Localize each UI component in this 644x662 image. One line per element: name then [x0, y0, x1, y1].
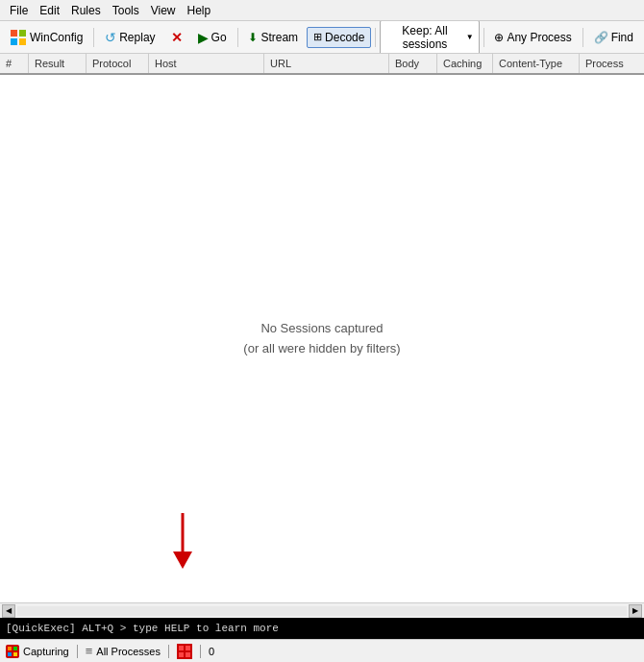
menu-edit[interactable]: Edit [34, 2, 65, 19]
menu-rules[interactable]: Rules [65, 2, 107, 19]
column-headers: # Result Protocol Host URL Body Caching … [0, 54, 644, 75]
x-icon: ✕ [171, 30, 183, 45]
scrollbar-area[interactable]: ◀ ▶ [0, 602, 644, 618]
decode-label: Decode [325, 31, 364, 44]
sessions-panel: No Sessions captured (or all were hidden… [0, 75, 644, 602]
status-sep-2 [168, 645, 169, 658]
svg-rect-8 [8, 652, 12, 656]
go-label: Go [211, 31, 227, 44]
col-host[interactable]: Host [149, 54, 264, 73]
find-button[interactable]: 🔗 Find [587, 27, 640, 48]
no-sessions-message: No Sessions captured (or all were hidden… [243, 319, 400, 359]
replay-label: Replay [119, 31, 155, 44]
remove-button[interactable]: ✕ [164, 26, 189, 49]
dropdown-arrow-icon: ▼ [466, 33, 474, 41]
any-process-label: Any Process [507, 31, 571, 44]
no-sessions-line1: No Sessions captured [243, 319, 400, 339]
arrow-svg [163, 513, 202, 571]
no-sessions-line2: (or all were hidden by filters) [243, 339, 400, 359]
svg-rect-10 [179, 646, 184, 650]
svg-rect-6 [8, 647, 12, 650]
svg-rect-0 [11, 30, 17, 37]
windows-icon [11, 30, 26, 45]
toolbar: WinConfig ↺ Replay ✕ ▶ Go ⬇ Stream ⊞ Dec… [0, 21, 644, 54]
scroll-right-button[interactable]: ▶ [629, 604, 642, 618]
processes-icon: ≡ [86, 644, 93, 658]
replay-icon: ↺ [105, 30, 116, 45]
stream-label: Stream [260, 31, 298, 44]
decode-icon: ⊞ [313, 31, 322, 43]
svg-rect-1 [19, 30, 26, 37]
processes-label: All Processes [96, 646, 161, 657]
svg-rect-9 [13, 652, 17, 656]
svg-rect-12 [179, 652, 184, 657]
winconfig-label: WinConfig [30, 31, 83, 44]
capturing-label: Capturing [23, 646, 69, 657]
any-process-button[interactable]: ⊕ Any Process [487, 27, 578, 48]
decode-button[interactable]: ⊞ Decode [307, 27, 371, 48]
find-icon: 🔗 [594, 31, 608, 44]
capturing-status: Capturing [6, 645, 69, 658]
col-result[interactable]: Result [29, 54, 87, 73]
command-bar-text: [QuickExec] ALT+Q > type HELP to learn m… [6, 623, 279, 634]
status-bar: Capturing ≡ All Processes 0 [0, 639, 644, 662]
go-button[interactable]: ▶ Go [191, 26, 234, 49]
stream-icon: ⬇ [248, 31, 258, 44]
svg-rect-11 [186, 646, 190, 650]
command-bar[interactable]: [QuickExec] ALT+Q > type HELP to learn m… [0, 618, 644, 639]
go-icon: ▶ [198, 30, 209, 45]
red-icon-status [177, 644, 192, 659]
col-protocol[interactable]: Protocol [87, 54, 149, 73]
separator-2 [237, 28, 238, 47]
stream-button[interactable]: ⬇ Stream [241, 27, 305, 48]
status-sep-1 [77, 645, 78, 658]
menu-help[interactable]: Help [182, 2, 217, 19]
svg-rect-7 [13, 647, 17, 650]
status-sep-3 [200, 645, 201, 658]
find-label: Find [611, 31, 633, 44]
menu-file[interactable]: File [4, 2, 34, 19]
separator-1 [93, 28, 94, 47]
menu-view[interactable]: View [145, 2, 182, 19]
col-process[interactable]: Process [580, 54, 644, 73]
replay-button[interactable]: ↺ Replay [98, 26, 161, 49]
col-content-type[interactable]: Content-Type [493, 54, 580, 73]
svg-rect-13 [186, 652, 190, 657]
keep-sessions-dropdown[interactable]: Keep: All sessions ▼ [380, 21, 479, 54]
session-count: 0 [209, 646, 214, 657]
scroll-track[interactable] [17, 606, 627, 616]
separator-4 [483, 28, 484, 47]
menu-tools[interactable]: Tools [107, 2, 145, 19]
col-hash[interactable]: # [0, 54, 29, 73]
svg-rect-2 [11, 38, 17, 45]
keep-sessions-label: Keep: All sessions [385, 24, 463, 51]
arrow-indicator [163, 513, 202, 574]
capturing-icon [6, 645, 19, 658]
red-square-icon [177, 644, 192, 659]
col-caching[interactable]: Caching [437, 54, 493, 73]
svg-marker-5 [173, 552, 192, 569]
col-url[interactable]: URL [264, 54, 389, 73]
svg-rect-3 [19, 38, 26, 45]
separator-5 [582, 28, 583, 47]
processes-status: ≡ All Processes [86, 644, 161, 658]
separator-3 [375, 28, 376, 47]
menu-bar: File Edit Rules Tools View Help [0, 0, 644, 21]
winconfig-button[interactable]: WinConfig [4, 26, 89, 49]
col-body[interactable]: Body [389, 54, 437, 73]
any-process-icon: ⊕ [494, 31, 504, 44]
scroll-left-button[interactable]: ◀ [2, 604, 15, 618]
